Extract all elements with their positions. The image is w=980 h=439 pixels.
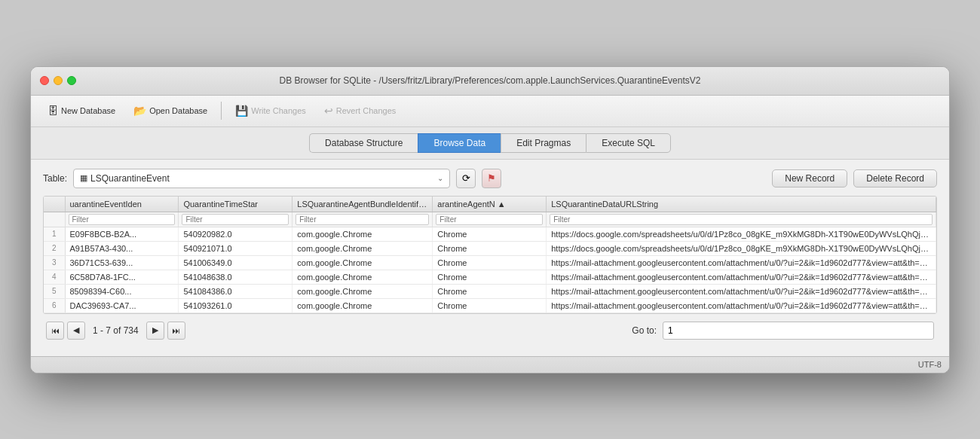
cell-url: https://docs.google.com/spreadsheets/u/0… (547, 227, 936, 241)
col-header-agent[interactable]: arantineAgentN ▲ (433, 197, 547, 212)
cell-event-id: E09F8BCB-B2A... (65, 227, 179, 241)
cell-agent: Chrome (433, 241, 547, 255)
cell-rownum: 4 (44, 270, 65, 284)
tab-database-structure[interactable]: Database Structure (309, 133, 418, 153)
close-button[interactable] (40, 76, 49, 85)
write-icon: 💾 (235, 105, 248, 117)
cell-url: https://mail-attachment.googleuserconten… (547, 270, 936, 284)
filter-cell-event-id (65, 212, 179, 227)
next-page-button[interactable]: ▶ (146, 322, 164, 340)
table-row[interactable]: 6 DAC39693-CA7... 541093261.0 com.google… (44, 298, 936, 312)
pagination-row: ⏮ ◀ 1 - 7 of 734 ▶ ⏭ Go to: (43, 314, 937, 347)
table-body: 1 E09F8BCB-B2A... 540920982.0 com.google… (44, 227, 936, 312)
cell-agent: Chrome (433, 270, 547, 284)
filter-cell-rownum (44, 212, 65, 227)
filter-input-timestamp[interactable] (182, 214, 289, 225)
new-database-icon: 🗄 (47, 105, 58, 117)
titlebar: DB Browser for SQLite - /Users/fritz/Lib… (31, 67, 949, 96)
fullscreen-button[interactable] (67, 76, 76, 85)
cell-bundle: com.google.Chrome (292, 270, 433, 284)
filter-icon: ⚑ (487, 172, 496, 184)
goto-section: Go to: (632, 322, 934, 340)
cell-url: https://mail-attachment.googleuserconten… (547, 298, 936, 312)
write-changes-button[interactable]: 💾 Write Changes (228, 102, 314, 120)
chevron-down-icon: ⌄ (437, 174, 443, 182)
cell-bundle: com.google.Chrome (292, 255, 433, 270)
col-header-event-id[interactable]: uarantineEventIden (65, 197, 179, 212)
revert-changes-label: Revert Changes (336, 106, 397, 115)
toolbar: 🗄 New Database 📂 Open Database 💾 Write C… (31, 96, 949, 127)
traffic-lights (40, 76, 76, 85)
new-database-button[interactable]: 🗄 New Database (40, 102, 123, 120)
data-table-container: uarantineEventIden QuarantineTimeStar LS… (43, 196, 937, 314)
cell-event-id: A91B57A3-430... (65, 241, 179, 255)
cell-timestamp: 541006349.0 (179, 255, 292, 270)
cell-timestamp: 540920982.0 (179, 227, 292, 241)
goto-input[interactable] (663, 322, 934, 340)
filter-row (44, 212, 936, 227)
table-selector-row: Table: ▦ LSQuarantineEvent ⌄ ⟳ ⚑ New Rec… (43, 169, 937, 188)
filter-input-event-id[interactable] (69, 214, 176, 225)
table-row[interactable]: 5 85098394-C60... 541084386.0 com.google… (44, 284, 936, 298)
write-changes-label: Write Changes (251, 106, 306, 115)
filter-button[interactable]: ⚑ (482, 169, 501, 188)
page-info: 1 - 7 of 734 (88, 325, 143, 336)
table-header-row: uarantineEventIden QuarantineTimeStar LS… (44, 197, 936, 212)
main-content: Table: ▦ LSQuarantineEvent ⌄ ⟳ ⚑ New Rec… (31, 160, 949, 356)
table-row[interactable]: 1 E09F8BCB-B2A... 540920982.0 com.google… (44, 227, 936, 241)
cell-bundle: com.google.Chrome (292, 227, 433, 241)
revert-changes-button[interactable]: ↩ Revert Changes (317, 102, 404, 120)
tab-bar: Database Structure Browse Data Edit Prag… (31, 127, 949, 160)
cell-agent: Chrome (433, 298, 547, 312)
cell-agent: Chrome (433, 227, 547, 241)
cell-event-id: DAC39693-CA7... (65, 298, 179, 312)
cell-event-id: 85098394-C60... (65, 284, 179, 298)
cell-timestamp: 540921071.0 (179, 241, 292, 255)
cell-event-id: 6C58D7A8-1FC... (65, 270, 179, 284)
table-label: Table: (43, 173, 67, 184)
tab-edit-pragmas[interactable]: Edit Pragmas (501, 133, 586, 153)
table-row[interactable]: 2 A91B57A3-430... 540921071.0 com.google… (44, 241, 936, 255)
cell-bundle: com.google.Chrome (292, 241, 433, 255)
filter-cell-agent (433, 212, 547, 227)
tab-browse-data[interactable]: Browse Data (418, 133, 501, 153)
cell-url: https://mail-attachment.googleuserconten… (547, 255, 936, 270)
refresh-button[interactable]: ⟳ (456, 169, 476, 188)
goto-label: Go to: (632, 325, 657, 336)
col-header-url[interactable]: LSQuarantineDataURLString (547, 197, 936, 212)
cell-url: https://mail-attachment.googleuserconten… (547, 284, 936, 298)
statusbar: UTF-8 (31, 356, 949, 373)
col-header-timestamp[interactable]: QuarantineTimeStar (179, 197, 292, 212)
cell-timestamp: 541048638.0 (179, 270, 292, 284)
table-row[interactable]: 3 36D71C53-639... 541006349.0 com.google… (44, 255, 936, 270)
cell-bundle: com.google.Chrome (292, 284, 433, 298)
cell-event-id: 36D71C53-639... (65, 255, 179, 270)
toolbar-separator (221, 102, 222, 120)
filter-input-agent[interactable] (436, 214, 543, 225)
cell-bundle: com.google.Chrome (292, 298, 433, 312)
table-actions: New Record Delete Record (772, 169, 937, 187)
open-database-button[interactable]: 📂 Open Database (126, 102, 215, 120)
tab-execute-sql[interactable]: Execute SQL (586, 133, 671, 153)
table-icon: ▦ (80, 173, 87, 183)
col-header-rownum (44, 197, 65, 212)
col-header-bundle[interactable]: LSQuarantineAgentBundleIdentifier (292, 197, 433, 212)
new-record-button[interactable]: New Record (772, 169, 847, 187)
delete-record-button[interactable]: Delete Record (853, 169, 937, 187)
cell-rownum: 6 (44, 298, 65, 312)
open-database-label: Open Database (149, 106, 207, 115)
data-table: uarantineEventIden QuarantineTimeStar LS… (44, 197, 936, 313)
open-database-icon: 📂 (133, 105, 146, 117)
filter-input-url[interactable] (550, 214, 933, 225)
table-combo[interactable]: ▦ LSQuarantineEvent ⌄ (73, 169, 450, 188)
prev-page-button[interactable]: ◀ (67, 322, 85, 340)
revert-icon: ↩ (324, 105, 333, 117)
filter-input-bundle[interactable] (296, 214, 429, 225)
filter-cell-url (547, 212, 936, 227)
cell-rownum: 1 (44, 227, 65, 241)
first-page-button[interactable]: ⏮ (46, 322, 64, 340)
table-row[interactable]: 4 6C58D7A8-1FC... 541048638.0 com.google… (44, 270, 936, 284)
last-page-button[interactable]: ⏭ (167, 322, 185, 340)
minimize-button[interactable] (54, 76, 63, 85)
filter-cell-bundle (292, 212, 433, 227)
